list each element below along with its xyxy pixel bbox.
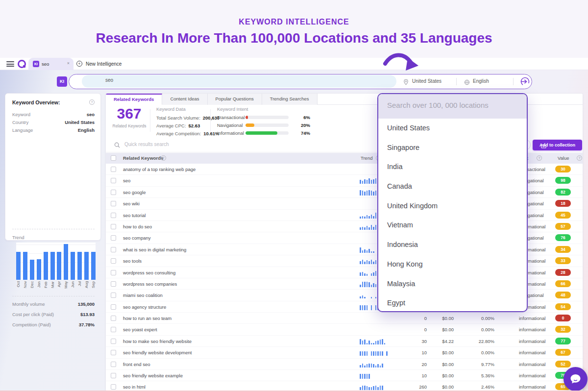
help-icon[interactable] <box>577 155 582 161</box>
row-checkbox[interactable] <box>111 190 116 195</box>
row-value-badge: 33 <box>555 257 571 264</box>
sparkline-bar <box>371 305 372 310</box>
row-checkbox[interactable] <box>111 213 116 218</box>
sparkline-bar <box>360 339 361 344</box>
tab-content-ideas[interactable]: Content Ideas <box>162 94 207 105</box>
table-row[interactable]: seo yoast expert0$0.000.00%informational… <box>106 324 583 335</box>
close-tab-icon[interactable]: × <box>67 61 70 66</box>
row-checkbox[interactable] <box>111 362 116 367</box>
help-icon[interactable] <box>537 155 542 161</box>
browser-tab-seo[interactable]: KI seo × <box>28 58 74 70</box>
tab-popular-questions[interactable]: Popular Questions <box>208 94 262 105</box>
overview-stats: Monthly volume135,000Cost per click (Pai… <box>12 299 95 330</box>
row-value-badge: 48 <box>555 292 571 298</box>
row-checkbox[interactable] <box>111 235 116 241</box>
sparkline-bar <box>362 341 364 344</box>
quick-results-search-input[interactable] <box>124 142 320 147</box>
chat-widget-button[interactable] <box>564 367 588 391</box>
sparkline-bar <box>371 285 372 287</box>
table-row[interactable]: how to make seo friendly website30$4.222… <box>106 336 583 347</box>
location-option[interactable]: Indonesia <box>378 235 527 255</box>
row-checkbox[interactable] <box>111 201 116 206</box>
row-keyword: seo in html <box>123 384 146 390</box>
keyword-intent-bar-fill <box>245 116 248 119</box>
help-icon[interactable] <box>161 155 166 161</box>
row-checkbox[interactable] <box>111 316 116 321</box>
row-checkbox[interactable] <box>111 281 116 287</box>
keyword-intent-row: Navigational20% <box>217 121 310 129</box>
row-keyword: anatomy of a top ranking web page <box>123 167 196 172</box>
location-option[interactable]: Canada <box>378 177 527 196</box>
add-to-collection-button[interactable]: Add to collection <box>533 140 582 150</box>
row-checkbox[interactable] <box>111 373 116 378</box>
help-icon[interactable] <box>89 99 95 105</box>
table-row[interactable]: how to run an seo team0$0.000.00%informa… <box>106 313 583 324</box>
divider <box>150 109 150 132</box>
hamburger-menu-icon[interactable] <box>6 61 14 67</box>
sparkline-bar <box>367 260 368 264</box>
table-row[interactable]: seo friendly website development10$0.000… <box>106 347 583 358</box>
column-header-keyword: Related Keywords <box>123 155 163 161</box>
row-intent: informational <box>519 339 545 344</box>
sparkline-bar <box>380 340 381 344</box>
sparkline-bar <box>360 365 361 368</box>
sparkline-bar <box>364 386 366 391</box>
trend-month-label: Aug <box>84 281 89 293</box>
trend-bar <box>37 259 41 280</box>
row-cpc: $0.00 <box>432 350 454 355</box>
locations-search-input[interactable] <box>387 101 519 109</box>
row-competition: 9.77% <box>472 362 494 367</box>
overview-stat-label: Competition (Paid) <box>12 322 51 327</box>
overview-field-value: English <box>78 127 95 133</box>
row-checkbox[interactable] <box>111 384 116 390</box>
location-option[interactable]: Singapore <box>378 138 527 158</box>
overview-field: CountryUnited States <box>12 118 95 126</box>
trend-label: Trend <box>12 235 24 240</box>
row-value-badge: 28 <box>555 269 571 276</box>
keyword-search-input[interactable] <box>105 77 350 83</box>
divider <box>12 296 95 296</box>
sparkline-bar <box>373 251 374 253</box>
sparkline-bar <box>364 217 366 218</box>
sparkline-bar <box>362 250 364 253</box>
location-option[interactable]: United Kingdom <box>378 196 527 216</box>
row-checkbox[interactable] <box>111 258 116 264</box>
location-option[interactable]: United States <box>378 119 527 138</box>
location-selector[interactable]: United States <box>412 78 441 92</box>
divider <box>12 229 95 229</box>
keyword-overview-panel: Keyword Overview: KeywordseoCountryUnite… <box>5 93 101 241</box>
trend-month-label: May <box>64 281 68 293</box>
trend-month-label: Jan <box>37 281 41 293</box>
sparkline-bar <box>384 343 386 344</box>
row-checkbox[interactable] <box>111 350 116 355</box>
row-intent: informational <box>519 384 545 390</box>
row-checkbox[interactable] <box>111 178 116 183</box>
location-option[interactable]: Malaysia <box>378 274 527 294</box>
sparkline-bar <box>375 284 377 287</box>
tab-trending-searches[interactable]: Trending Searches <box>262 94 318 105</box>
row-checkbox[interactable] <box>111 167 116 172</box>
location-option[interactable]: India <box>378 157 527 177</box>
row-checkbox[interactable] <box>111 327 116 332</box>
keyword-intent-label: Transactional <box>217 115 245 120</box>
app-logo-icon[interactable] <box>18 60 26 68</box>
row-checkbox[interactable] <box>111 224 116 229</box>
language-selector[interactable]: English <box>473 78 489 92</box>
location-option[interactable]: Vietnam <box>378 216 527 235</box>
tab-related-keywords[interactable]: Related Keywords <box>106 94 162 105</box>
row-checkbox[interactable] <box>111 339 116 344</box>
table-row[interactable]: front end seo20$0.009.77%informational52 <box>106 359 583 370</box>
keyword-intent-label: Informational <box>217 130 245 136</box>
row-checkbox[interactable] <box>111 247 116 252</box>
row-checkbox[interactable] <box>111 304 116 310</box>
location-option[interactable]: Hong Kong <box>378 255 527 274</box>
select-all-checkbox[interactable] <box>111 155 116 161</box>
row-checkbox[interactable] <box>111 270 116 275</box>
keyword-intent-pct: 6% <box>289 115 310 120</box>
table-row[interactable]: seo friendly website example10$0.005.36%… <box>106 370 583 381</box>
sparkline-bar <box>364 366 366 367</box>
overview-fields: KeywordseoCountryUnited StatesLanguageEn… <box>12 110 95 134</box>
row-checkbox[interactable] <box>111 293 116 298</box>
location-option[interactable]: Egypt <box>378 294 527 312</box>
search-submit-arrow-icon[interactable] <box>520 76 530 87</box>
